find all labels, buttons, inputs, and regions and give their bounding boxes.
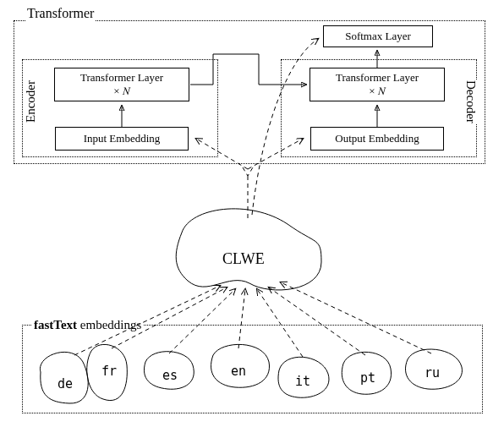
softmax-box: Softmax Layer [323,25,433,47]
output-embedding-label: Output Embedding [335,132,419,145]
encoder-layer-label: Transformer Layer × 𝑁 [80,71,163,97]
clwe-blob [176,209,321,290]
transformer-title: Transformer [25,6,96,21]
lang-es: es [162,368,178,383]
clwe-label: CLWE [222,250,265,268]
lang-ru: ru [425,365,440,381]
output-embedding-box: Output Embedding [310,127,444,151]
input-embedding-label: Input Embedding [84,132,161,145]
encoder-layer-box: Transformer Layer × 𝑁 [54,68,189,101]
encoder-label: Encoder [24,80,38,123]
decoder-layer-label: Transformer Layer × 𝑁 [336,71,419,97]
input-embedding-box: Input Embedding [55,127,189,151]
lang-it: it [295,374,310,389]
decoder-layer-box: Transformer Layer × 𝑁 [310,68,445,101]
lang-en: en [231,364,246,379]
lang-fr: fr [101,364,117,379]
lang-de: de [58,376,73,391]
softmax-label: Softmax Layer [345,30,411,43]
decoder-label: Decoder [463,80,478,123]
lang-pt: pt [360,370,375,386]
fasttext-box [22,325,483,413]
fasttext-title: fastText embeddings [32,318,143,332]
